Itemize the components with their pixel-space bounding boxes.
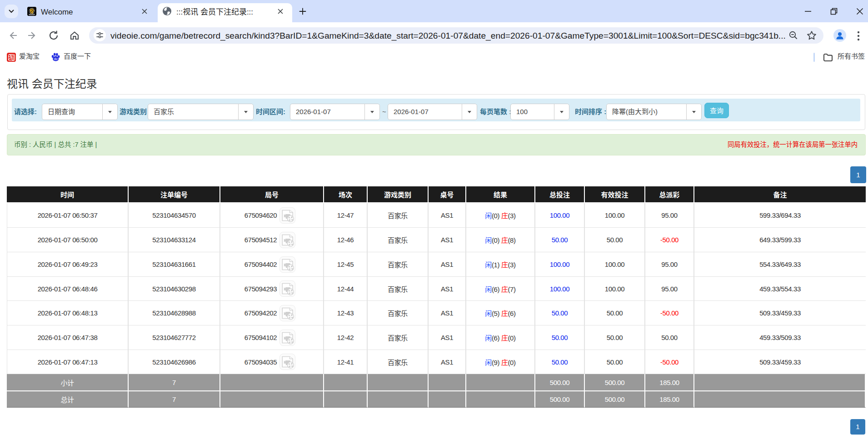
svg-text:du: du xyxy=(54,57,58,60)
